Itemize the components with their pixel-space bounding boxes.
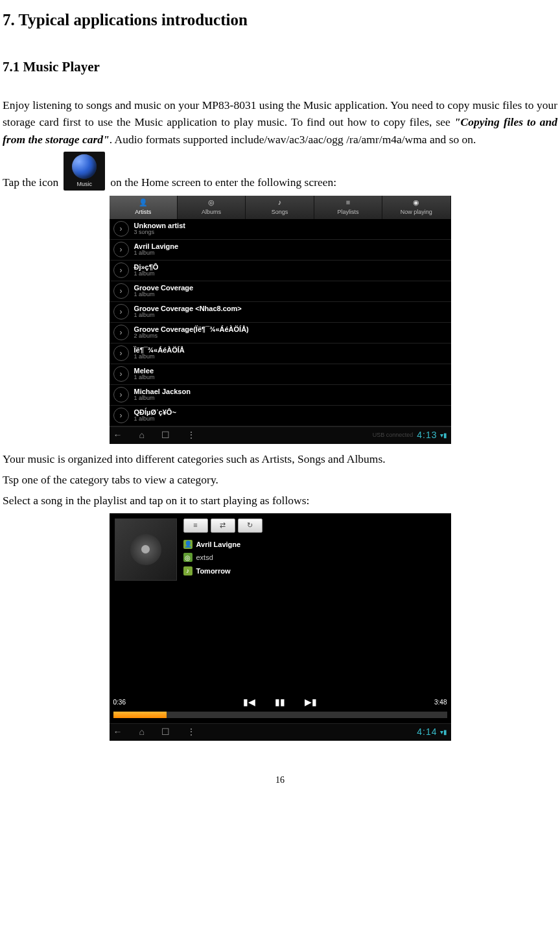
- android-navbar: ← ⌂ ☐ ⋮ USB connected 4:13 ▾▮: [110, 426, 451, 444]
- artist-row[interactable]: ›Groove Coverage1 album: [110, 281, 451, 302]
- expand-icon[interactable]: ›: [113, 283, 129, 299]
- artist-subtitle: 1 album: [134, 395, 191, 402]
- home-icon[interactable]: ⌂: [139, 725, 145, 739]
- artist-subtitle: 1 album: [134, 250, 179, 257]
- paragraph-select-song: Select a song in the playlist and tap on…: [3, 492, 557, 509]
- intro-text-c: . Audio formats supported include/wav/ac…: [110, 133, 476, 146]
- seek-bar[interactable]: [113, 712, 447, 718]
- artist-info: QĐĺµØ˙ç¥Ô~1 album: [134, 408, 176, 423]
- artist-row[interactable]: ›Unknown artist3 songs: [110, 219, 451, 240]
- recent-icon[interactable]: ☐: [161, 428, 170, 442]
- person-icon: 👤: [183, 540, 192, 549]
- shuffle-button[interactable]: ⇄: [211, 518, 235, 533]
- artist-row[interactable]: ›Ïë¶¯¾«ÁéÀÖÍÅ1 album: [110, 343, 451, 364]
- music-tabs: 👤Artists◎Albums♪Songs≡Playlists◉Now play…: [110, 196, 451, 219]
- tab-label: Albums: [202, 208, 221, 217]
- speaker-icon: [72, 154, 97, 179]
- now-playing-album: extsd: [196, 552, 213, 563]
- artist-info: Đj»ç¶Ô1 album: [134, 263, 159, 277]
- tap-icon-line: Tap the icon Music on the Home screen to…: [3, 152, 557, 191]
- status-icons-2: ▾▮: [440, 727, 447, 737]
- usb-status: USB connected: [373, 431, 414, 440]
- back-icon[interactable]: ←: [113, 725, 122, 739]
- album-art: [115, 518, 177, 581]
- heading-section-7: 7. Typical applications introduction: [3, 8, 557, 32]
- back-icon[interactable]: ←: [113, 428, 122, 442]
- folder-icon: ◎: [183, 553, 192, 562]
- time-total: 3:48: [434, 697, 447, 707]
- albums-icon: ◎: [207, 198, 216, 207]
- playlists-icon: ≡: [344, 198, 353, 207]
- disc-icon: [130, 534, 161, 565]
- paragraph-tap-tab: Tsp one of the category tabs to view a c…: [3, 471, 557, 488]
- now-playing-song: Tomorrow: [196, 566, 231, 577]
- next-button[interactable]: ▶▮: [305, 695, 317, 709]
- artist-row[interactable]: ›QĐĺµØ˙ç¥Ô~1 album: [110, 406, 451, 426]
- status-icons: ▾▮: [440, 430, 447, 440]
- expand-icon[interactable]: ›: [113, 262, 129, 278]
- artist-row[interactable]: ›Groove Coverage <Nhac8.com>1 album: [110, 302, 451, 323]
- artists-icon: 👤: [139, 198, 148, 207]
- home-icon[interactable]: ⌂: [139, 428, 145, 442]
- tab-label: Songs: [272, 208, 288, 217]
- artist-subtitle: 1 album: [134, 271, 159, 277]
- recent-icon[interactable]: ☐: [161, 725, 170, 739]
- artist-info: Unknown artist3 songs: [134, 222, 185, 236]
- tab-playlists[interactable]: ≡Playlists: [314, 196, 382, 219]
- expand-icon[interactable]: ›: [113, 366, 129, 382]
- artist-row[interactable]: ›Đj»ç¶Ô1 album: [110, 261, 451, 281]
- artist-subtitle: 1 album: [134, 416, 176, 423]
- music-icon-label: Music: [76, 180, 92, 189]
- player-body: [110, 586, 451, 696]
- tap-text-a: Tap the icon: [3, 174, 58, 191]
- now-playing-icon: ◉: [412, 198, 421, 207]
- seek-fill: [113, 712, 167, 718]
- artist-info: Groove Coverage(Ïë¶¯¾«ÁéÀÖÍÅ)2 albums: [134, 325, 249, 340]
- artist-list: ›Unknown artist3 songs›Avril Lavigne1 al…: [110, 219, 451, 426]
- tab-label: Playlists: [337, 208, 358, 217]
- prev-button[interactable]: ▮◀: [243, 695, 255, 709]
- pause-button[interactable]: ▮▮: [275, 695, 285, 709]
- expand-icon[interactable]: ›: [113, 408, 129, 423]
- artist-subtitle: 1 album: [134, 312, 242, 319]
- artist-info: Ïë¶¯¾«ÁéÀÖÍÅ1 album: [134, 346, 185, 360]
- android-navbar-2: ← ⌂ ☐ ⋮ 4:14 ▾▮: [110, 723, 451, 741]
- artist-subtitle: 1 album: [134, 375, 155, 381]
- tap-text-b: on the Home screen to enter the followin…: [110, 174, 336, 191]
- music-app-icon: Music: [64, 152, 105, 191]
- artist-info: Melee1 album: [134, 367, 155, 381]
- time-elapsed: 0:36: [113, 697, 126, 707]
- artist-row[interactable]: ›Groove Coverage(Ïë¶¯¾«ÁéÀÖÍÅ)2 albums: [110, 323, 451, 343]
- tab-now-playing[interactable]: ◉Now playing: [382, 196, 450, 219]
- artist-row[interactable]: ›Avril Lavigne1 album: [110, 240, 451, 261]
- artist-info: Avril Lavigne1 album: [134, 242, 179, 257]
- playlist-button[interactable]: ≡: [183, 518, 208, 533]
- tab-label: Artists: [135, 208, 151, 217]
- page-number: 16: [3, 773, 557, 787]
- artist-subtitle: 1 album: [134, 354, 185, 360]
- expand-icon[interactable]: ›: [113, 325, 129, 340]
- artist-row[interactable]: ›Melee1 album: [110, 364, 451, 385]
- expand-icon[interactable]: ›: [113, 221, 129, 237]
- menu-icon[interactable]: ⋮: [187, 428, 196, 442]
- now-playing-artist: Avril Lavigne: [196, 539, 241, 550]
- repeat-button[interactable]: ↻: [238, 518, 262, 533]
- expand-icon[interactable]: ›: [113, 387, 129, 402]
- clock: 4:13: [417, 428, 437, 442]
- expand-icon[interactable]: ›: [113, 242, 129, 257]
- menu-icon[interactable]: ⋮: [187, 725, 196, 739]
- songs-icon: ♪: [275, 198, 285, 207]
- expand-icon[interactable]: ›: [113, 345, 129, 361]
- clock-2: 4:14: [417, 725, 437, 739]
- artist-subtitle: 3 songs: [134, 229, 185, 236]
- tab-albums[interactable]: ◎Albums: [178, 196, 246, 219]
- artist-row[interactable]: ›Michael Jackson1 album: [110, 385, 451, 406]
- screenshot-artists: 👤Artists◎Albums♪Songs≡Playlists◉Now play…: [110, 196, 451, 444]
- tab-artists[interactable]: 👤Artists: [110, 196, 178, 219]
- artist-info: Groove Coverage <Nhac8.com>1 album: [134, 305, 242, 319]
- expand-icon[interactable]: ›: [113, 304, 129, 320]
- tab-songs[interactable]: ♪Songs: [246, 196, 314, 219]
- heading-section-7-1: 7.1 Music Player: [3, 57, 557, 78]
- paragraph-categories: Your music is organized into different c…: [3, 450, 557, 467]
- screenshot-now-playing: ≡ ⇄ ↻ 👤 Avril Lavigne ◎ extsd ♪ Tomorrow: [110, 513, 451, 741]
